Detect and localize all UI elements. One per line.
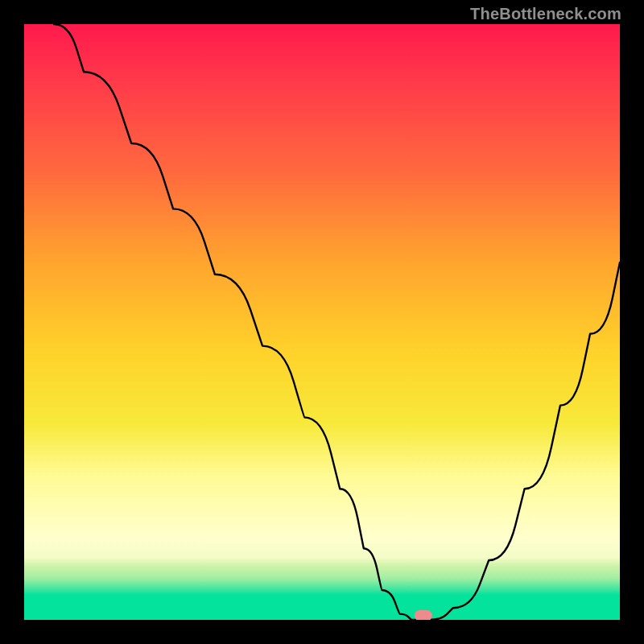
optimal-marker bbox=[415, 610, 432, 620]
bottleneck-chart: TheBottleneck.com bbox=[0, 0, 644, 644]
bottleneck-curve-path bbox=[54, 24, 620, 620]
plot-area bbox=[24, 24, 620, 620]
curve-svg bbox=[24, 24, 620, 620]
watermark-text: TheBottleneck.com bbox=[470, 5, 621, 23]
